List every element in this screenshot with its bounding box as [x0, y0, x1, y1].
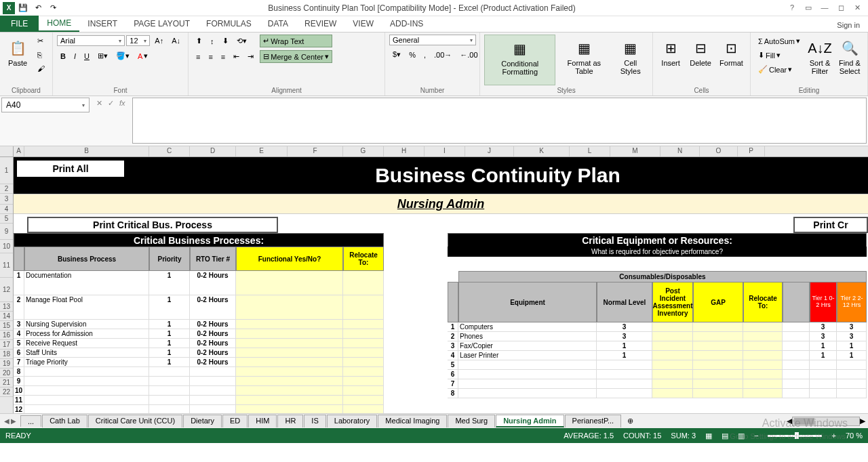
table-cell[interactable] — [236, 348, 343, 358]
table-cell[interactable] — [236, 405, 343, 413]
table-cell[interactable] — [236, 271, 343, 295]
table-cell[interactable]: 3 — [448, 341, 458, 351]
view-layout-icon[interactable]: ▤ — [722, 432, 728, 440]
table-cell[interactable] — [743, 360, 783, 370]
table-cell[interactable]: 3 — [14, 320, 24, 329]
table-cell[interactable] — [652, 351, 693, 360]
table-cell[interactable] — [343, 348, 384, 358]
table-cell[interactable]: 6 — [448, 370, 458, 379]
rowhdr-15[interactable]: 15 — [0, 321, 13, 331]
minimize-icon[interactable]: — — [819, 3, 830, 12]
table-cell[interactable] — [458, 389, 597, 398]
sheet-tab-med-surg[interactable]: Med Surg — [448, 415, 495, 427]
table-cell[interactable]: 9 — [14, 377, 24, 386]
select-all-corner[interactable] — [0, 146, 14, 156]
paste-button[interactable]: 📋 Paste — [4, 35, 31, 85]
table-cell[interactable] — [652, 332, 693, 341]
table-cell[interactable] — [652, 360, 693, 370]
table-cell[interactable] — [693, 332, 743, 341]
fx-icon[interactable]: fx — [119, 99, 125, 107]
table-cell[interactable] — [149, 405, 190, 413]
rowhdr-16[interactable]: 16 — [0, 331, 13, 340]
file-tab[interactable]: FILE — [0, 16, 39, 32]
table-cell[interactable] — [236, 367, 343, 377]
clear-button[interactable]: 🧹 Clear ▾ — [755, 63, 804, 76]
table-cell[interactable] — [190, 405, 236, 413]
table-cell[interactable] — [149, 386, 190, 396]
tab-data[interactable]: DATA — [260, 16, 296, 32]
rowhdr-3[interactable]: 3 — [0, 194, 13, 205]
table-cell[interactable]: 2 — [448, 332, 458, 341]
colhdr-J[interactable]: J — [465, 146, 514, 156]
table-cell[interactable] — [743, 389, 783, 398]
table-cell[interactable]: Computers — [458, 322, 597, 332]
table-cell[interactable]: 1 — [810, 341, 837, 351]
table-cell[interactable]: 1 — [149, 295, 190, 320]
align-bottom-button[interactable]: ⬇ — [219, 35, 232, 47]
rowhdr-10[interactable]: 10 — [0, 240, 13, 253]
cell-styles-button[interactable]: ▦ Cell Styles — [612, 35, 648, 85]
signin-link[interactable]: Sign in — [829, 18, 868, 32]
print-all-button[interactable]: Print All — [16, 160, 125, 177]
cancel-icon[interactable]: ✕ — [96, 99, 102, 108]
zoom-out-icon[interactable]: − — [754, 432, 758, 440]
cut-button[interactable]: ✂ — [34, 35, 48, 47]
table-cell[interactable] — [810, 379, 837, 389]
table-cell[interactable] — [190, 377, 236, 386]
table-cell[interactable]: Triage Priority — [24, 358, 149, 367]
maximize-icon[interactable]: ◻ — [835, 3, 846, 12]
table-cell[interactable]: Receive Request — [24, 339, 149, 348]
conditional-formatting-button[interactable]: ▦ Conditional Formatting — [484, 35, 555, 85]
view-normal-icon[interactable]: ▦ — [705, 432, 712, 440]
rowhdr-14[interactable]: 14 — [0, 312, 13, 321]
table-cell[interactable]: 1 — [597, 351, 652, 360]
table-cell[interactable] — [24, 367, 149, 377]
zoom-in-icon[interactable]: + — [831, 432, 835, 440]
table-cell[interactable]: 8 — [14, 367, 24, 377]
table-cell[interactable] — [343, 320, 384, 329]
tab-insert[interactable]: INSERT — [79, 16, 125, 32]
table-cell[interactable]: 0-2 Hours — [190, 295, 236, 320]
table-cell[interactable]: 1 — [448, 322, 458, 332]
tab-view[interactable]: VIEW — [344, 16, 382, 32]
tab-review[interactable]: REVIEW — [296, 16, 344, 32]
italic-button[interactable]: I — [71, 50, 79, 62]
table-cell[interactable]: 3 — [597, 322, 652, 332]
table-cell[interactable] — [693, 351, 743, 360]
sheet-tab-hr[interactable]: HR — [277, 415, 303, 427]
table-cell[interactable]: Phones — [458, 332, 597, 341]
table-cell[interactable] — [837, 370, 867, 379]
sheet-tab-him[interactable]: HIM — [248, 415, 277, 427]
table-cell[interactable]: 1 — [837, 351, 867, 360]
autosum-button[interactable]: Σ AutoSum ▾ — [755, 35, 804, 47]
orientation-button[interactable]: ⟲▾ — [233, 35, 250, 47]
table-cell[interactable] — [810, 389, 837, 398]
table-cell[interactable] — [236, 339, 343, 348]
tab-home[interactable]: HOME — [39, 16, 79, 32]
enter-icon[interactable]: ✓ — [108, 99, 114, 108]
colhdr-K[interactable]: K — [514, 146, 570, 156]
fill-color-button[interactable]: 🪣▾ — [113, 49, 133, 62]
table-cell[interactable] — [652, 370, 693, 379]
table-cell[interactable]: 12 — [14, 405, 24, 413]
font-size-dropdown[interactable]: 12▾ — [126, 35, 150, 46]
table-cell[interactable]: 3 — [597, 332, 652, 341]
table-cell[interactable] — [783, 351, 810, 360]
sheet-prev-icon[interactable]: ▶ — [11, 417, 16, 425]
table-cell[interactable] — [190, 386, 236, 396]
table-cell[interactable] — [236, 358, 343, 367]
comma-button[interactable]: , — [420, 49, 429, 61]
table-cell[interactable] — [343, 386, 384, 396]
table-cell[interactable]: Documentation — [24, 271, 149, 295]
table-cell[interactable]: 3 — [837, 332, 867, 341]
sheet-tab-medical-imaging[interactable]: Medical Imaging — [378, 415, 447, 427]
table-cell[interactable]: 4 — [14, 329, 24, 339]
table-cell[interactable] — [236, 295, 343, 320]
number-format-dropdown[interactable]: General▾ — [389, 35, 476, 45]
rowhdr-12[interactable]: 12 — [0, 278, 13, 302]
save-icon[interactable]: 💾 — [16, 1, 30, 15]
table-cell[interactable] — [693, 389, 743, 398]
table-cell[interactable]: 6 — [14, 348, 24, 358]
colhdr-D[interactable]: D — [190, 146, 236, 156]
table-cell[interactable] — [743, 322, 783, 332]
